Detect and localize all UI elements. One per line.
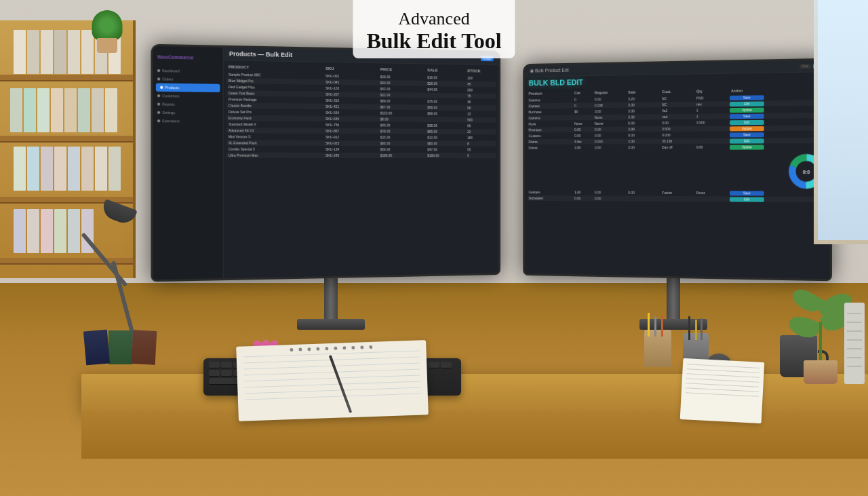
- rtd-qty: [694, 198, 728, 199]
- rtd-regular: 0.00: [593, 127, 625, 132]
- rtd-cust: Fusion: [660, 190, 694, 195]
- radiator: [844, 303, 865, 384]
- td-price: $52.00: [378, 86, 424, 92]
- rtd-product: Custom+: [527, 133, 572, 138]
- woocommerce-logo: WooCommerce: [157, 54, 193, 60]
- sidebar-item-products[interactable]: Products: [155, 83, 220, 92]
- pencil-holder-1: [644, 330, 671, 367]
- th-sku: SKU: [323, 65, 377, 73]
- rtd-regular: 3.00: [593, 109, 625, 114]
- rtd-product: Gestare: [527, 189, 572, 195]
- td-sku: SKU-245: [323, 153, 377, 158]
- table-row: Combo Special 3 SKU-134 $56.00 $47.00 55…: [226, 147, 496, 153]
- td-price: $19.00: [378, 74, 424, 80]
- td-product: Combo Special 3: [226, 147, 321, 152]
- sidebar-item-customers[interactable]: Customers: [153, 92, 222, 100]
- rtd-product: Burmese: [527, 109, 572, 115]
- td-sku: SKU-023: [323, 140, 377, 146]
- td-sku: SKU-421: [323, 104, 377, 110]
- rtd-cat: None: [573, 121, 593, 126]
- right-action-btn[interactable]: Save: [729, 132, 764, 137]
- td-sale: $16.00: [425, 75, 464, 81]
- monitor-neck-right: [667, 278, 680, 319]
- rtd-qty: Rmon: [694, 190, 728, 195]
- td-price: $89.00: [378, 98, 424, 104]
- rtd-sale: [627, 198, 660, 199]
- rtd-product: Divine: [527, 139, 572, 145]
- rtd-regular: Name: [593, 121, 625, 126]
- rtd-qty: FNO: [694, 95, 728, 101]
- window-frame: [814, 0, 868, 244]
- right-action-btn[interactable]: Edit: [729, 119, 764, 124]
- right-action-btn[interactable]: Edit: [729, 138, 764, 143]
- td-sale: $28.00: [425, 81, 464, 87]
- right-table: Product Cat Regular Sale Cust. Qty Actio…: [524, 85, 829, 280]
- title-overlay: Advanced Bulk Edit Tool: [353, 0, 515, 58]
- td-stock: 22: [465, 129, 497, 134]
- right-action-btn[interactable]: Update: [729, 145, 764, 149]
- book-stack: [85, 330, 156, 364]
- rtd-sale: 3.30: [627, 102, 660, 108]
- rtd-cat: 0.00: [573, 127, 593, 132]
- td-price: $199.00: [378, 153, 424, 158]
- rth-qty: Qty: [694, 88, 728, 94]
- rtd-qty: 1: [694, 113, 728, 119]
- rth-product: Product: [527, 90, 572, 96]
- td-sku: SKU-912: [323, 134, 377, 140]
- left-screen: WooCommerce Dashboard Orders Products: [153, 46, 498, 280]
- rth-cat: Cat: [573, 90, 593, 96]
- rtd-cust: NC: [660, 96, 694, 102]
- rtd-qty: 9.00: [694, 145, 728, 150]
- td-sku: SKU-756: [323, 122, 377, 128]
- rtd-cust: 3.00: [660, 120, 694, 126]
- rtd-cust: 0a2: [660, 108, 694, 114]
- right-action-btn[interactable]: Update: [729, 126, 764, 131]
- rtd-cat: 2.80: [573, 145, 593, 151]
- td-sale: $12.00: [425, 135, 464, 140]
- td-price: $15.00: [378, 134, 424, 140]
- td-stock: 90: [465, 105, 497, 111]
- right-action-btn[interactable]: Save: [729, 113, 764, 119]
- td-stock: 500: [465, 117, 497, 123]
- td-sale: $80.00: [425, 141, 464, 147]
- td-product: Premium Package: [226, 96, 321, 103]
- rtd-sale: 3.00: [627, 145, 660, 150]
- td-stock: 180: [465, 135, 497, 140]
- rtd-regular: 0.00: [593, 190, 625, 195]
- left-monitor-wrapper: WooCommerce Dashboard Orders Products: [155, 47, 507, 330]
- right-action-btn[interactable]: Edit: [729, 101, 764, 107]
- monitor-base-left: [297, 319, 365, 330]
- header-btn-1[interactable]: Onge: [800, 64, 811, 69]
- td-stock: 45: [465, 81, 497, 87]
- sidebar-item-settings[interactable]: Settings: [153, 109, 222, 117]
- td-sale: $44.00: [425, 87, 464, 93]
- td-product: Deluxe Set Pro: [226, 109, 321, 115]
- products-table: Product SKU Price Sale Stock Action Samp…: [223, 60, 498, 278]
- th-product: Product: [226, 63, 321, 71]
- right-action-btn[interactable]: Edit: [729, 197, 764, 202]
- right-action-btn[interactable]: Update: [729, 107, 764, 113]
- td-stock: 12: [465, 111, 497, 117]
- right-monitor-wrapper: ◉ Bulk Product Edt Onge Save BULK BLD ED…: [517, 61, 829, 330]
- td-sale: $99.00: [425, 111, 464, 116]
- right-monitor: ◉ Bulk Product Edt Onge Save BULK BLD ED…: [523, 58, 832, 282]
- rtd-sale: 5.00: [627, 120, 660, 126]
- rtd-regular: None: [593, 115, 625, 120]
- td-sale: [425, 119, 464, 120]
- td-sku: SKU-103: [323, 85, 377, 92]
- td-sku: SKU-207: [323, 92, 377, 98]
- rtd-qty: [694, 140, 728, 142]
- table-row: Mini Version S SKU-912 $15.00 $12.00 180…: [226, 134, 496, 140]
- td-stock: 5: [465, 153, 497, 158]
- td-product: XL Extended Pack: [226, 140, 321, 146]
- td-stock: 8: [465, 141, 497, 147]
- rth-cust: Cust.: [660, 89, 694, 95]
- td-product: Economy Pack: [226, 115, 321, 121]
- window-light: [814, 0, 868, 244]
- right-action-btn[interactable]: Save: [729, 191, 764, 195]
- right-action-btn[interactable]: Save: [729, 95, 764, 100]
- plant-left: [88, 5, 125, 53]
- td-sku: SKU-645: [323, 116, 377, 122]
- sidebar-item-reports[interactable]: Reports: [153, 100, 222, 109]
- sidebar-item-extensions[interactable]: Extensions: [153, 117, 222, 126]
